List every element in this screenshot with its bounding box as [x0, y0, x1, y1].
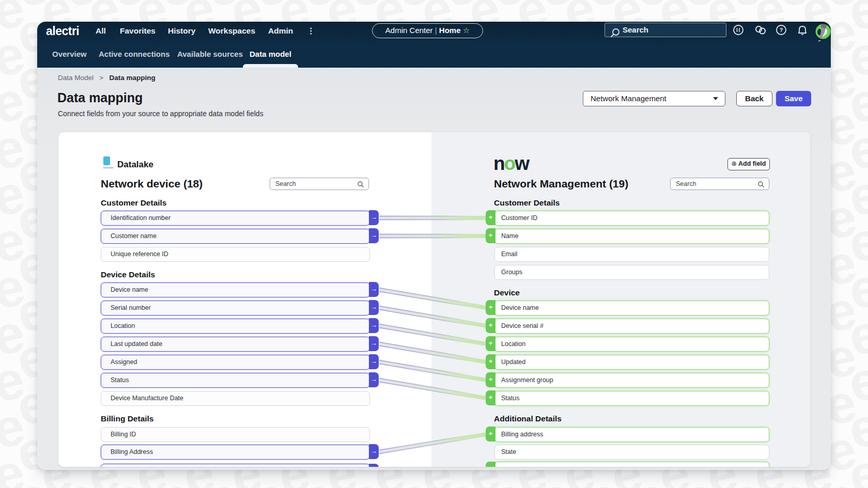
svg-text:?: ?: [780, 27, 783, 33]
